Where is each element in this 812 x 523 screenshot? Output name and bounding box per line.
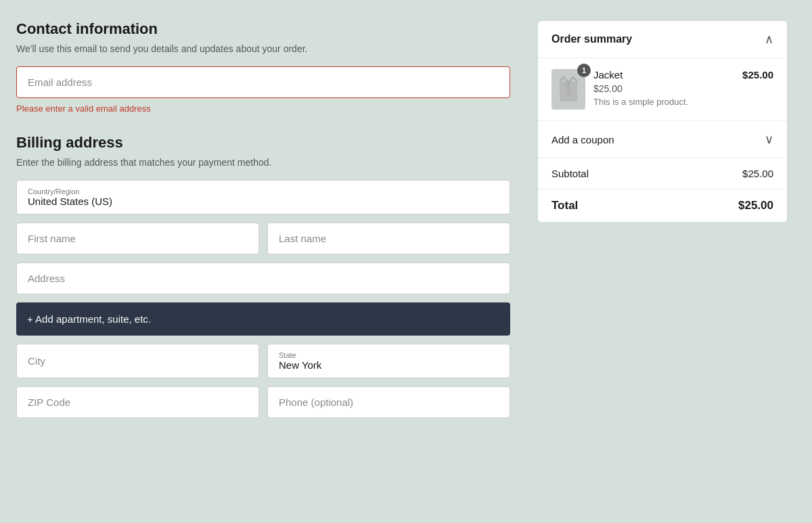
name-row: [16, 223, 510, 254]
address-row: [16, 263, 510, 294]
city-input[interactable]: [16, 344, 259, 378]
last-name-input[interactable]: [267, 223, 510, 254]
order-summary-title: Order summary: [551, 33, 632, 45]
state-field[interactable]: State New York: [267, 344, 510, 378]
total-value: $25.00: [738, 199, 773, 212]
product-quantity-badge: 1: [577, 64, 591, 77]
coupon-label: Add a coupon: [551, 134, 614, 145]
email-input[interactable]: [16, 66, 510, 98]
zip-phone-row: [16, 386, 510, 418]
billing-section-title: Billing address: [16, 134, 510, 152]
email-input-wrapper: [16, 66, 510, 98]
product-amount: $25.00: [742, 69, 773, 81]
address-input[interactable]: [16, 263, 510, 294]
zip-input[interactable]: [16, 386, 259, 418]
billing-subtitle: Enter the billing address that matches y…: [16, 157, 510, 168]
product-price-small: $25.00: [593, 83, 734, 94]
subtotal-label: Subtotal: [551, 168, 589, 179]
chevron-up-icon: ∧: [765, 32, 773, 47]
product-info: Jacket $25.00 This is a simple product.: [593, 69, 734, 107]
first-name-input[interactable]: [16, 223, 259, 254]
svg-rect-1: [566, 83, 570, 95]
right-column: Order summary ∧ 1 Jacket: [537, 20, 788, 418]
product-name: Jacket: [593, 69, 734, 81]
state-value: New York: [279, 359, 499, 371]
product-description: This is a simple product.: [593, 97, 734, 107]
contact-section-title: Contact information: [16, 20, 510, 38]
product-image-wrapper: 1: [551, 69, 585, 110]
phone-input[interactable]: [267, 386, 510, 418]
country-label: Country/Region: [28, 187, 499, 196]
order-summary-header[interactable]: Order summary ∧: [538, 21, 787, 58]
country-value: United States (US): [28, 196, 499, 207]
chevron-down-icon: ∨: [765, 132, 773, 147]
total-row: Total $25.00: [538, 189, 787, 222]
product-row: 1 Jacket $25.00 This is a simple product…: [538, 58, 787, 121]
order-summary-card: Order summary ∧ 1 Jacket: [537, 20, 788, 223]
subtotal-value: $25.00: [742, 168, 773, 179]
city-state-row: State New York: [16, 344, 510, 378]
total-label: Total: [551, 199, 578, 212]
contact-subtitle: We'll use this email to send you details…: [16, 43, 510, 54]
add-coupon-row[interactable]: Add a coupon ∨: [538, 121, 787, 158]
subtotal-row: Subtotal $25.00: [538, 158, 787, 189]
left-form-column: Contact information We'll use this email…: [16, 20, 510, 418]
state-label: State: [279, 351, 499, 359]
email-error-text: Please enter a valid email address: [16, 104, 510, 114]
billing-section: Billing address Enter the billing addres…: [16, 134, 510, 418]
add-apartment-button[interactable]: + Add apartment, suite, etc.: [16, 302, 510, 336]
country-field[interactable]: Country/Region United States (US): [16, 180, 510, 214]
jacket-thumbnail-icon: [558, 76, 579, 103]
